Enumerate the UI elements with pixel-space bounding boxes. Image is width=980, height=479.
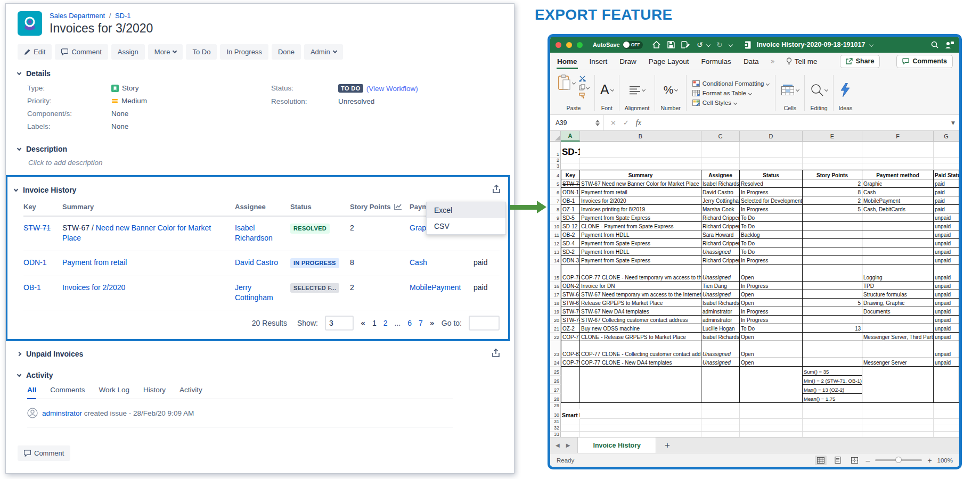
first-page-button[interactable]: « bbox=[361, 319, 365, 327]
prev-sheet-icon[interactable]: ◀ bbox=[556, 442, 560, 448]
cell-story-points[interactable] bbox=[803, 222, 862, 230]
save-icon[interactable] bbox=[666, 40, 676, 49]
cell[interactable] bbox=[934, 385, 959, 394]
issue-key-link[interactable]: ODN-1 bbox=[23, 258, 47, 267]
comment-footer-button[interactable]: Comment bbox=[18, 445, 70, 461]
undo-icon[interactable]: ↺ bbox=[695, 40, 705, 49]
cell-assignee[interactable]: Richard Crippen bbox=[701, 256, 740, 265]
tab-draw[interactable]: Draw bbox=[619, 53, 637, 69]
cell-assignee[interactable]: Jerry Cottingham bbox=[701, 196, 740, 205]
cell-story-points[interactable] bbox=[803, 307, 862, 316]
normal-view-icon[interactable] bbox=[815, 456, 827, 465]
cell[interactable] bbox=[862, 419, 934, 425]
cell[interactable] bbox=[580, 394, 701, 403]
cell-summary[interactable]: STW-67 New DA4 templates bbox=[580, 307, 701, 316]
cell[interactable] bbox=[862, 403, 934, 409]
cell[interactable] bbox=[701, 409, 740, 419]
cell-key[interactable]: STW-74 bbox=[561, 316, 580, 324]
issue-key-link[interactable]: OB-1 bbox=[23, 283, 41, 292]
format-painter-icon[interactable] bbox=[579, 93, 586, 99]
row-number[interactable]: 10 bbox=[550, 222, 561, 230]
cell-story-points[interactable] bbox=[803, 247, 862, 256]
summary-formula-cell[interactable]: Sum() = 35 bbox=[803, 367, 862, 376]
cell[interactable] bbox=[701, 158, 740, 163]
cell-paid-status[interactable]: unpaid bbox=[934, 316, 959, 324]
column-header-E[interactable]: E bbox=[803, 131, 862, 142]
cell[interactable] bbox=[862, 425, 934, 432]
row-number[interactable]: 8 bbox=[550, 205, 561, 213]
summary-link[interactable]: Invoices for 2/2020 bbox=[62, 283, 125, 292]
font-group[interactable]: A Font bbox=[595, 72, 618, 114]
row-number[interactable]: 6 bbox=[550, 188, 561, 196]
cell-summary[interactable]: Buy new ODSS machine bbox=[580, 324, 701, 333]
number-group[interactable]: % Number bbox=[656, 72, 685, 114]
cell[interactable] bbox=[580, 163, 701, 169]
cell[interactable] bbox=[862, 367, 934, 376]
cell[interactable] bbox=[561, 367, 580, 376]
select-all-corner[interactable] bbox=[550, 131, 561, 142]
cell-payment-method[interactable] bbox=[862, 324, 934, 333]
cell-assignee[interactable]: Unassigned bbox=[701, 358, 740, 367]
cell-status[interactable]: Selected for Development bbox=[740, 196, 803, 205]
summary-formula-cell[interactable]: Min() = 2 (STW-71, OB-1) bbox=[803, 376, 862, 385]
cell[interactable] bbox=[862, 385, 934, 394]
comment-button[interactable]: Comment bbox=[55, 44, 108, 60]
cell-payment-method[interactable] bbox=[862, 213, 934, 222]
cell[interactable] bbox=[561, 419, 580, 425]
tab-overflow-icon[interactable]: » bbox=[770, 57, 774, 65]
cell-payment-method[interactable]: MobilePayment bbox=[862, 196, 934, 205]
cell[interactable] bbox=[803, 432, 862, 437]
cell[interactable] bbox=[934, 432, 959, 437]
cell-payment-method[interactable]: Messenger Server bbox=[862, 358, 934, 367]
cell-paid-status[interactable]: unpaid bbox=[934, 256, 959, 265]
comments-button[interactable]: Comments bbox=[896, 55, 953, 68]
cell-payment-method[interactable]: Logging bbox=[862, 265, 934, 282]
cell-summary[interactable]: CLONE - Release GRPEPS to Market Place bbox=[580, 333, 701, 341]
cell[interactable] bbox=[580, 385, 701, 394]
cell-key[interactable]: STW-71 bbox=[561, 179, 580, 188]
row-number[interactable]: 15 bbox=[550, 265, 561, 282]
home-icon[interactable] bbox=[652, 40, 662, 49]
cell-key[interactable]: OZ-2 bbox=[561, 324, 580, 333]
minimize-window-button[interactable] bbox=[566, 42, 572, 48]
collapse-chevron-icon[interactable] bbox=[17, 146, 21, 150]
copy-dropdown-icon[interactable] bbox=[586, 85, 590, 89]
cell-assignee[interactable]: Isabel Richardson bbox=[701, 299, 740, 307]
last-page-button[interactable]: » bbox=[430, 319, 435, 327]
activity-tab-all[interactable]: All bbox=[27, 386, 36, 399]
cell[interactable] bbox=[934, 409, 959, 419]
cell-status[interactable]: In Progress bbox=[740, 282, 803, 290]
cell[interactable] bbox=[934, 425, 959, 432]
cell-assignee[interactable]: Richard Crippen bbox=[701, 222, 740, 230]
cell-story-points[interactable] bbox=[803, 282, 862, 290]
column-header-C[interactable]: C bbox=[701, 131, 740, 142]
cell-status[interactable]: To Do bbox=[740, 247, 803, 256]
cell-paid-status[interactable]: paid bbox=[934, 205, 959, 213]
cell[interactable] bbox=[701, 419, 740, 425]
cell-story-points[interactable] bbox=[803, 341, 862, 358]
cell-summary[interactable]: Payment from retail bbox=[580, 188, 701, 196]
cell-assignee[interactable]: Lucille Hogan bbox=[701, 324, 740, 333]
row-number[interactable]: 11 bbox=[550, 230, 561, 239]
undo-dropdown-chevron-icon[interactable] bbox=[706, 43, 710, 47]
cell-assignee[interactable]: Tien Dang bbox=[701, 282, 740, 290]
cell[interactable]: SD-1: Invoices for 3/2020 bbox=[561, 142, 580, 158]
cell[interactable] bbox=[803, 163, 862, 169]
row-number[interactable]: 32 bbox=[550, 425, 561, 432]
add-sheet-button[interactable]: + bbox=[665, 440, 670, 451]
page-2[interactable]: 2 bbox=[383, 319, 388, 327]
share-user-icon[interactable] bbox=[944, 40, 954, 49]
cell[interactable] bbox=[561, 158, 580, 163]
cell[interactable] bbox=[934, 367, 959, 376]
row-number[interactable]: 26 bbox=[550, 376, 561, 385]
cell[interactable] bbox=[803, 142, 862, 158]
cell-paid-status[interactable]: unpaid bbox=[934, 222, 959, 230]
payment-link[interactable]: Cash bbox=[410, 258, 427, 267]
cell-key[interactable]: SD-4 bbox=[561, 239, 580, 247]
zoom-window-button[interactable] bbox=[577, 42, 583, 48]
row-number[interactable]: 18 bbox=[550, 299, 561, 307]
row-number[interactable]: 5 bbox=[550, 179, 561, 188]
row-number[interactable]: 31 bbox=[550, 419, 561, 425]
cell-assignee[interactable]: Unassigned bbox=[701, 247, 740, 256]
row-number[interactable]: 4 bbox=[550, 170, 561, 179]
